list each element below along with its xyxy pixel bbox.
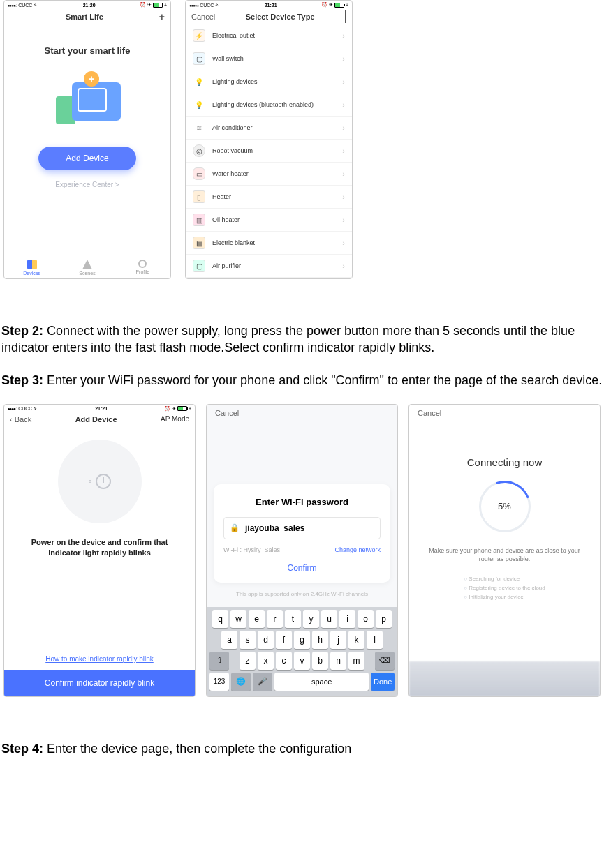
key-p[interactable]: p	[376, 610, 392, 628]
key-x[interactable]: x	[258, 652, 274, 670]
nav-bar: Cancel Select Device Type	[186, 9, 352, 24]
mic-key[interactable]: 🎤	[253, 673, 272, 691]
list-item[interactable]: ▯Heater›	[186, 186, 352, 209]
key-f[interactable]: f	[276, 631, 292, 649]
chevron-right-icon: ›	[342, 193, 345, 201]
experience-center-link[interactable]: Experience Center >	[55, 181, 119, 188]
tab-profile[interactable]: Profile	[115, 255, 170, 278]
key-i[interactable]: i	[339, 610, 355, 628]
chevron-right-icon: ›	[342, 262, 345, 270]
list-item[interactable]: ≋Air conditioner›	[186, 117, 352, 140]
step-3: Step 3: Enter your WiFi password for you…	[1, 372, 603, 389]
key-y[interactable]: y	[303, 610, 319, 628]
page-title: Add Device	[31, 415, 161, 424]
wifi-card: Enter Wi-Fi password 🔒 jiayouba_sales Wi…	[214, 484, 390, 583]
done-key[interactable]: Done	[371, 673, 395, 691]
chevron-right-icon: ›	[342, 170, 345, 178]
headline: Start your smart life	[45, 45, 131, 56]
key-u[interactable]: u	[321, 610, 337, 628]
tab-scenes[interactable]: Scenes	[59, 255, 115, 278]
key-k[interactable]: k	[348, 631, 364, 649]
screenshot-device-type: CUCC ᯤ 21:21 ⏰ ✈︎ + Cancel Select Device…	[185, 0, 353, 279]
list-item[interactable]: ▥Oil heater›	[186, 209, 352, 232]
key-v[interactable]: v	[294, 652, 310, 670]
key-l[interactable]: l	[367, 631, 383, 649]
backspace-key[interactable]: ⌫	[375, 652, 395, 670]
key-t[interactable]: t	[285, 610, 301, 628]
change-network-link[interactable]: Change network	[334, 546, 381, 553]
key-c[interactable]: c	[276, 652, 292, 670]
chevron-right-icon: ›	[342, 77, 345, 86]
instruction-steps-2: Step 4: Enter the device page, then comp…	[0, 740, 604, 757]
shift-key[interactable]: ⇧	[209, 652, 229, 670]
nav-bar: ‹ Back Add Device AP Mode	[4, 413, 195, 426]
status-bar: CUCC ᯤ 21:20 ⏰ ✈︎ +	[4, 1, 170, 9]
back-button[interactable]: ‹ Back	[10, 415, 31, 424]
chevron-right-icon: ›	[342, 147, 345, 155]
ap-mode-link[interactable]: AP Mode	[161, 415, 189, 423]
key-b[interactable]: b	[312, 652, 328, 670]
nav-bar: Smart Life +	[4, 9, 170, 24]
list-item[interactable]: 💡Lighting devices (bluetooth-enabled)›	[186, 93, 352, 117]
key-s[interactable]: s	[240, 631, 256, 649]
list-item[interactable]: ▤Electric blanket›	[186, 232, 352, 255]
status-list: Searching for device Registering device …	[464, 575, 545, 601]
status-bar: CUCC ᯤ 21:21 ⏰ ✈︎ +	[186, 1, 352, 9]
wifi-label: Wi-Fi : Hysiry_Sales	[223, 546, 280, 553]
instruction-text: Power on the device and confirm that ind…	[15, 537, 184, 559]
key-d[interactable]: d	[258, 631, 274, 649]
tab-devices[interactable]: Devices	[4, 255, 59, 278]
add-icon[interactable]: +	[159, 11, 165, 22]
power-icon	[96, 474, 111, 489]
list-item[interactable]: ⚡Electrical outlet›	[186, 24, 352, 47]
key-a[interactable]: a	[221, 631, 237, 649]
list-item[interactable]: 💡Lighting devices›	[186, 70, 352, 93]
screenshot-wifi-password: Cancel Enter Wi-Fi password 🔒 jiayouba_s…	[206, 404, 398, 697]
app-title: Smart Life	[10, 13, 159, 21]
wifi-note: This app is supported only on 2.4GHz Wi-…	[207, 591, 397, 597]
add-device-button[interactable]: Add Device	[38, 147, 136, 170]
top-screenshots-row: CUCC ᯤ 21:20 ⏰ ✈︎ + Smart Life + Start y…	[0, 0, 604, 307]
key-q[interactable]: q	[212, 610, 228, 628]
space-key[interactable]: space	[274, 673, 369, 691]
chevron-right-icon: ›	[342, 239, 345, 247]
key-e[interactable]: e	[249, 610, 265, 628]
key-z[interactable]: z	[240, 652, 256, 670]
chevron-right-icon: ›	[342, 216, 345, 224]
screenshot-add-device: CUCC ᯤ 21:21 ⏰ ✈︎ + ‹ Back Add Device AP…	[3, 404, 196, 697]
key-r[interactable]: r	[267, 610, 283, 628]
password-field[interactable]: 🔒 jiayouba_sales	[223, 517, 381, 539]
key-h[interactable]: h	[312, 631, 328, 649]
lock-icon: 🔒	[230, 523, 240, 532]
chevron-right-icon: ›	[342, 54, 345, 63]
cancel-button[interactable]: Cancel	[191, 13, 215, 21]
keyboard[interactable]: qwertyuiop asdfghjkl ⇧ zxcvbnm ⌫ 123 🌐 🎤…	[207, 607, 397, 696]
key-w[interactable]: w	[230, 610, 246, 628]
status-bar: CUCC ᯤ 21:21 ⏰ ✈︎ +	[4, 405, 195, 413]
list-item[interactable]: ◎Robot vacuum›	[186, 140, 352, 163]
blurred-bottom	[409, 661, 600, 696]
device-type-list[interactable]: ⚡Electrical outlet› ▢Wall switch› 💡Light…	[186, 24, 352, 278]
list-item[interactable]: ▢Wall switch›	[186, 47, 352, 70]
chevron-right-icon: ›	[342, 31, 345, 40]
progress-ring: 5%	[479, 481, 531, 532]
key-n[interactable]: n	[330, 652, 346, 670]
numbers-key[interactable]: 123	[209, 673, 229, 691]
key-g[interactable]: g	[294, 631, 310, 649]
scan-icon[interactable]	[345, 11, 346, 22]
globe-key[interactable]: 🌐	[231, 673, 251, 691]
proximity-note: Make sure your phone and device are as c…	[423, 546, 586, 564]
key-o[interactable]: o	[358, 610, 374, 628]
chevron-right-icon: ›	[342, 100, 345, 109]
list-item[interactable]: ▢Air purifier›	[186, 255, 352, 278]
key-m[interactable]: m	[348, 652, 364, 670]
key-j[interactable]: j	[330, 631, 346, 649]
screenshot-connecting: Cancel Connecting now 5% Make sure your …	[408, 404, 601, 697]
confirm-button[interactable]: Confirm	[223, 553, 381, 576]
cancel-button[interactable]: Cancel	[207, 405, 397, 421]
help-link[interactable]: How to make indicator rapidly blink	[45, 648, 154, 670]
confirm-blink-button[interactable]: Confirm indicator rapidly blink	[4, 670, 195, 696]
list-item[interactable]: ▭Water heater›	[186, 163, 352, 186]
power-indicator-illustration	[58, 440, 142, 523]
cancel-button[interactable]: Cancel	[409, 405, 600, 421]
